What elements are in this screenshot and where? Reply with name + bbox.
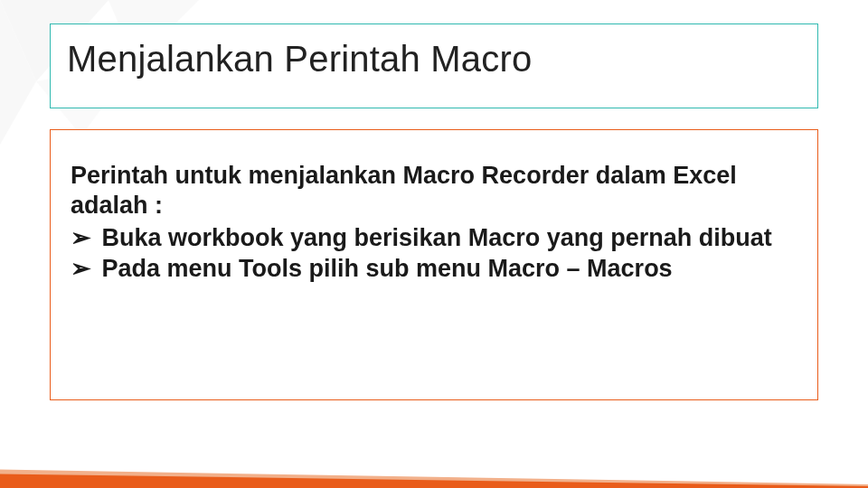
footer-accent-bar <box>0 457 868 488</box>
title-box: Menjalankan Perintah Macro <box>50 23 818 108</box>
slide-title: Menjalankan Perintah Macro <box>67 39 801 80</box>
bullet-text: Buka workbook yang berisikan Macro yang … <box>102 224 772 251</box>
chevron-bullet-icon: ➢ <box>71 253 91 285</box>
intro-text: Perintah untuk menjalankan Macro Recorde… <box>71 161 797 221</box>
chevron-bullet-icon: ➢ <box>71 222 91 254</box>
bullet-text: Pada menu Tools pilih sub menu Macro – M… <box>102 255 673 282</box>
bullet-item: ➢ Pada menu Tools pilih sub menu Macro –… <box>71 253 797 285</box>
svg-marker-2 <box>0 0 36 145</box>
content-box: Perintah untuk menjalankan Macro Recorde… <box>50 129 818 400</box>
bullet-item: ➢ Buka workbook yang berisikan Macro yan… <box>71 222 797 254</box>
